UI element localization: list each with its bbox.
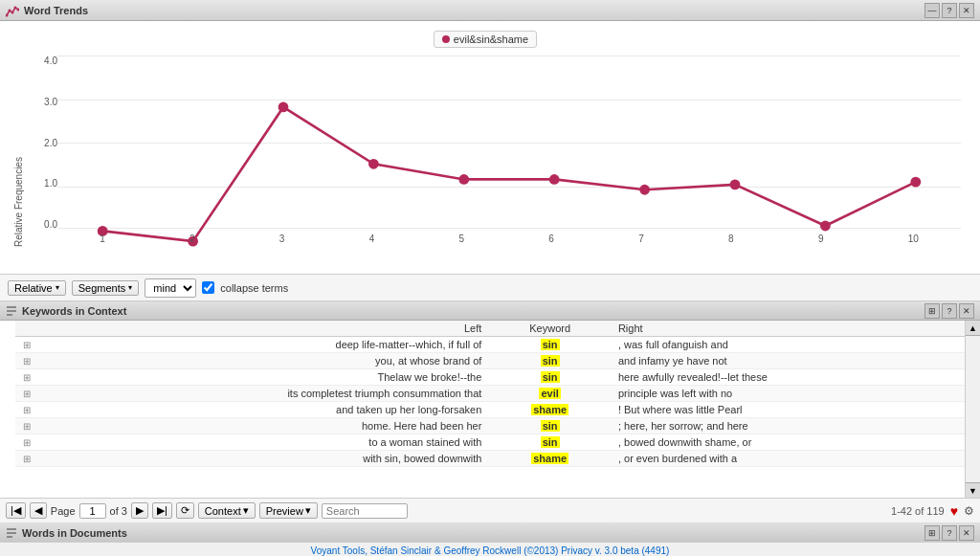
keywords-content: Left Keyword Right ⊞ deep life-matter--w… — [0, 321, 980, 498]
keywords-panel-buttons: ⊞ ? ✕ — [924, 303, 974, 319]
keywords-close-button[interactable]: ✕ — [959, 303, 974, 319]
words-icon — [6, 527, 17, 539]
scroll-controls-left — [0, 321, 15, 498]
words-panel-title-left: Words in Documents — [6, 527, 127, 539]
heart-icon[interactable]: ♥ — [950, 503, 958, 519]
th-left: Left — [38, 321, 489, 337]
gear-icon[interactable]: ⚙ — [964, 504, 974, 518]
keywords-help-button[interactable]: ? — [942, 303, 957, 319]
first-page-button[interactable]: |◀ — [6, 502, 26, 519]
next-page-button[interactable]: ▶ — [131, 502, 148, 519]
keyword-cell: sin — [489, 434, 611, 451]
minimize-button[interactable]: — — [924, 3, 940, 18]
svg-point-1 — [9, 9, 11, 11]
right-context: ! But where was little Pearl — [611, 402, 965, 418]
words-panel-title: Words in Documents — [22, 527, 127, 539]
expand-cell[interactable]: ⊞ — [15, 353, 38, 369]
chart-container: Relative Frequencies 4.0 3.0 2.0 1.0 0.0 — [10, 56, 961, 247]
svg-rect-18 — [7, 528, 16, 530]
kwic-bottom-bar: |◀ ◀ Page of 3 ▶ ▶| ⟳ Context ▾ Preview … — [0, 498, 980, 523]
chart-icon — [6, 4, 19, 17]
chart-inner: 1 2 3 4 5 6 7 8 9 10 — [57, 56, 961, 247]
footer-text: Voyant Tools, Stéfan Sinclair & Geoffrey… — [311, 545, 670, 556]
page-input[interactable] — [79, 503, 106, 519]
th-expand — [15, 321, 38, 337]
mind-select[interactable]: mind — [145, 278, 196, 298]
words-expand-button[interactable]: ⊞ — [924, 525, 940, 541]
page-count: 1-42 of 119 — [891, 505, 945, 517]
left-context: Thelaw we broke!--the — [38, 369, 489, 386]
title-bar: Word Trends — ? ✕ — [0, 0, 980, 21]
svg-rect-19 — [7, 532, 16, 534]
help-button[interactable]: ? — [942, 3, 957, 18]
scroll-down-button[interactable]: ▼ — [966, 482, 980, 498]
keyword-cell: evil — [489, 386, 611, 402]
scroll-track — [966, 336, 980, 482]
table-row[interactable]: ⊞ you, at whose brand of sin and infamy … — [15, 353, 965, 369]
prev-page-button[interactable]: ◀ — [30, 502, 47, 519]
svg-point-10 — [549, 174, 560, 185]
collapse-checkbox[interactable] — [202, 281, 214, 294]
table-row[interactable]: ⊞ and taken up her long-forsaken shame !… — [15, 402, 965, 418]
expand-cell[interactable]: ⊞ — [15, 418, 38, 434]
refresh-button[interactable]: ⟳ — [176, 502, 194, 519]
kwic-bottom-right: 1-42 of 119 ♥ ⚙ — [891, 503, 974, 519]
search-input[interactable] — [322, 503, 408, 519]
th-right: Right — [611, 321, 965, 337]
keywords-scroll-area[interactable]: Left Keyword Right ⊞ deep life-matter--w… — [15, 321, 965, 498]
title-bar-left: Word Trends — [6, 4, 88, 17]
segments-button[interactable]: Segments ▾ — [72, 280, 140, 296]
controls-bar: Relative ▾ Segments ▾ mind collapse term… — [0, 275, 980, 301]
keyword-cell: shame — [489, 402, 611, 418]
words-help-button[interactable]: ? — [942, 525, 957, 541]
keyword-cell: sin — [489, 353, 611, 369]
kwic-table: Left Keyword Right ⊞ deep life-matter--w… — [15, 321, 965, 467]
table-row[interactable]: ⊞ Thelaw we broke!--the sin here awfully… — [15, 369, 965, 386]
svg-point-14 — [910, 177, 921, 188]
keyword-cell: sin — [489, 418, 611, 434]
preview-dropdown-icon: ▾ — [305, 504, 311, 517]
relative-button[interactable]: Relative ▾ — [8, 280, 66, 296]
context-dropdown-icon: ▾ — [243, 504, 249, 517]
right-context: here awfully revealed!--let these — [611, 369, 965, 386]
context-button[interactable]: Context ▾ — [198, 502, 256, 519]
expand-cell[interactable]: ⊞ — [15, 402, 38, 418]
svg-point-7 — [278, 102, 289, 113]
scroll-up-button[interactable]: ▲ — [966, 321, 980, 336]
svg-rect-16 — [7, 310, 16, 312]
close-button[interactable]: ✕ — [959, 3, 974, 18]
table-row[interactable]: ⊞ deep life-matter--which, if full of si… — [15, 337, 965, 353]
kwic-thead: Left Keyword Right — [15, 321, 965, 337]
right-context: , bowed downwith shame, or — [611, 434, 965, 451]
expand-cell[interactable]: ⊞ — [15, 369, 38, 386]
footer: Voyant Tools, Stéfan Sinclair & Geoffrey… — [0, 542, 980, 556]
left-context: and taken up her long-forsaken — [38, 402, 489, 418]
svg-point-8 — [368, 159, 379, 169]
y-axis: 4.0 3.0 2.0 1.0 0.0 — [31, 56, 57, 247]
table-row[interactable]: ⊞ to a woman stained with sin , bowed do… — [15, 434, 965, 451]
expand-cell[interactable]: ⊞ — [15, 434, 38, 451]
chart-area: evil&sin&shame Relative Frequencies 4.0 … — [0, 21, 980, 275]
right-context: , was full ofanguish and — [611, 337, 965, 353]
relative-dropdown-icon: ▾ — [56, 283, 59, 292]
table-row[interactable]: ⊞ its completest triumph consummation th… — [15, 386, 965, 402]
words-close-button[interactable]: ✕ — [959, 525, 974, 541]
keyword-cell: sin — [489, 369, 611, 386]
scroll-controls-right: ▲ ▼ — [965, 321, 980, 498]
table-row[interactable]: ⊞ with sin, bowed downwith shame , or ev… — [15, 451, 965, 467]
words-panel-bar: Words in Documents ⊞ ? ✕ — [0, 523, 980, 542]
last-page-button[interactable]: ▶| — [152, 502, 172, 519]
table-row[interactable]: ⊞ home. Here had been her sin ; here, he… — [15, 418, 965, 434]
svg-point-2 — [11, 11, 14, 13]
expand-cell[interactable]: ⊞ — [15, 451, 38, 467]
page-total: of 3 — [110, 505, 127, 517]
kwic-bottom-left: |◀ ◀ Page of 3 ▶ ▶| ⟳ Context ▾ Preview … — [6, 502, 408, 519]
chart-legend: evil&sin&shame — [10, 31, 961, 48]
legend-dot — [442, 35, 450, 43]
left-context: deep life-matter--which, if full of — [38, 337, 489, 353]
svg-point-12 — [730, 179, 741, 189]
expand-cell[interactable]: ⊞ — [15, 337, 38, 353]
preview-button[interactable]: Preview ▾ — [259, 502, 318, 519]
expand-cell[interactable]: ⊞ — [15, 386, 38, 402]
keywords-expand-button[interactable]: ⊞ — [924, 303, 940, 319]
